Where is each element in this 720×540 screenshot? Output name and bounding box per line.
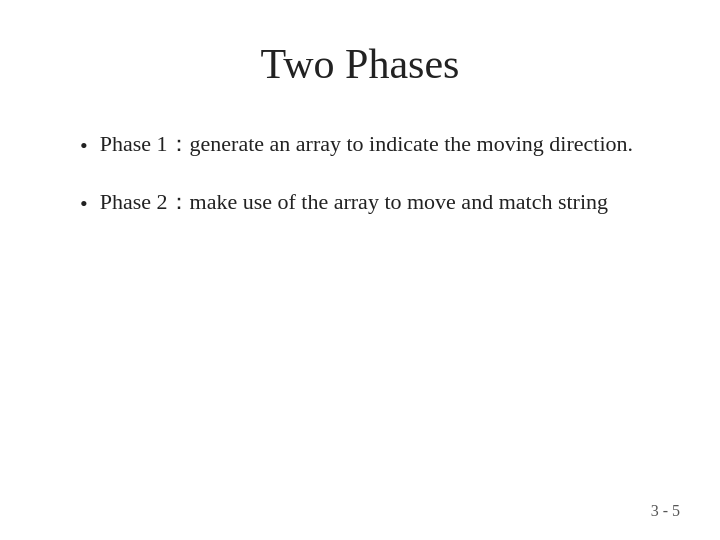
content-area: • Phase 1：generate an array to indicate … bbox=[60, 128, 660, 500]
slide-title: Two Phases bbox=[60, 40, 660, 88]
bullet-dot-2: • bbox=[80, 188, 88, 220]
bullet-item-1: • Phase 1：generate an array to indicate … bbox=[80, 128, 660, 162]
title-area: Two Phases bbox=[60, 40, 660, 88]
bullet-list: • Phase 1：generate an array to indicate … bbox=[80, 128, 660, 220]
bullet-item-2: • Phase 2：make use of the array to move … bbox=[80, 186, 660, 220]
bullet-text-1: Phase 1：generate an array to indicate th… bbox=[100, 128, 660, 160]
slide-container: Two Phases • Phase 1：generate an array t… bbox=[0, 0, 720, 540]
bullet-text-2: Phase 2：make use of the array to move an… bbox=[100, 186, 660, 218]
bullet-dot-1: • bbox=[80, 130, 88, 162]
page-number: 3 - 5 bbox=[651, 502, 680, 520]
